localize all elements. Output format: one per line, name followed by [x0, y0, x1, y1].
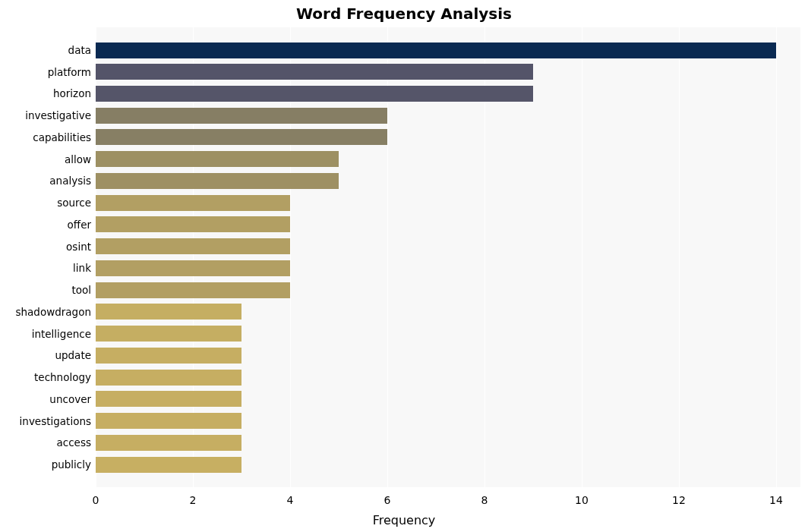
- bar: [96, 216, 290, 232]
- x-tick-label: 4: [287, 494, 294, 506]
- y-tick-label: investigative: [25, 109, 91, 121]
- bar: [96, 129, 387, 145]
- y-tick-label: uncover: [49, 393, 91, 405]
- bar: [96, 151, 339, 167]
- chart-container: Word Frequency Analysis Frequency datapl…: [0, 0, 808, 532]
- bar: [96, 173, 339, 189]
- bar: [96, 326, 241, 342]
- bar: [96, 86, 533, 102]
- bar: [96, 195, 290, 211]
- bar: [96, 435, 241, 451]
- y-tick-label: analysis: [49, 175, 91, 187]
- y-tick-label: technology: [34, 371, 91, 383]
- bar: [96, 282, 290, 298]
- bar: [96, 64, 533, 80]
- y-tick-label: data: [68, 44, 91, 56]
- y-tick-label: source: [57, 197, 91, 209]
- x-tick-label: 0: [93, 494, 99, 506]
- y-tick-label: access: [57, 436, 92, 449]
- y-tick-label: shadowdragon: [15, 306, 91, 318]
- bar: [96, 108, 387, 124]
- bar: [96, 260, 290, 276]
- bar: [96, 457, 241, 473]
- plot-area: [96, 27, 800, 487]
- y-tick-label: platform: [48, 66, 91, 78]
- y-tick-label: horizon: [53, 87, 91, 99]
- x-tick-label: 8: [481, 494, 488, 506]
- y-tick-label: allow: [65, 153, 91, 165]
- bar: [96, 413, 241, 429]
- y-tick-label: investigations: [20, 415, 91, 427]
- y-tick-label: publicly: [52, 458, 91, 471]
- bar: [96, 370, 241, 386]
- bar: [96, 304, 241, 320]
- x-tick-label: 12: [672, 494, 686, 506]
- y-tick-label: update: [55, 349, 91, 361]
- grid-line: [679, 27, 680, 487]
- y-tick-label: osint: [66, 241, 91, 253]
- grid-line: [582, 27, 582, 487]
- y-tick-label: capabilities: [33, 131, 91, 143]
- y-tick-label: intelligence: [32, 328, 91, 340]
- y-tick-label: link: [73, 262, 91, 274]
- chart-title: Word Frequency Analysis: [0, 5, 808, 23]
- bar: [96, 42, 776, 58]
- x-axis-label: Frequency: [0, 513, 808, 527]
- bar: [96, 391, 241, 407]
- x-tick-label: 10: [575, 494, 589, 506]
- y-tick-label: tool: [71, 284, 91, 296]
- bar: [96, 238, 290, 254]
- x-tick-label: 6: [384, 494, 391, 506]
- y-tick-label: offer: [68, 219, 91, 231]
- x-tick-label: 14: [769, 494, 783, 506]
- grid-line: [776, 27, 777, 487]
- x-tick-label: 2: [190, 494, 197, 506]
- bar: [96, 348, 241, 364]
